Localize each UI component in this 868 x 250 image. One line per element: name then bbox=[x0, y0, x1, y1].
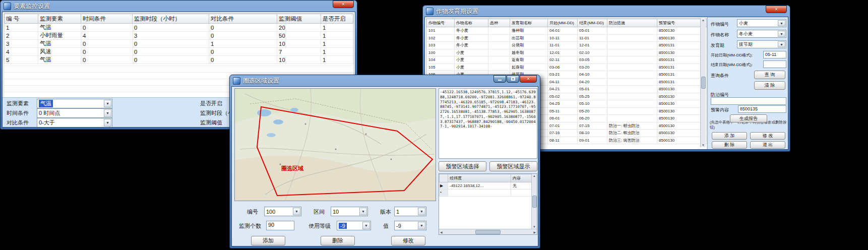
column-header[interactable]: 经纬度 bbox=[448, 174, 511, 182]
table-row[interactable]: * bbox=[440, 190, 537, 197]
modify-button[interactable]: 修 改 bbox=[750, 132, 785, 140]
coordinates-textarea[interactable]: -45122.16538,1249576.37815,1.12,-45176.6… bbox=[439, 88, 537, 159]
column-header[interactable]: 时间条件 bbox=[81, 14, 133, 24]
column-header[interactable]: 监测时段（小时） bbox=[133, 14, 209, 24]
version-combobox[interactable]: 1 ▼ bbox=[394, 207, 426, 216]
exit-button[interactable]: 退 出 bbox=[750, 141, 785, 149]
clear-button[interactable]: 清 除 bbox=[754, 81, 785, 90]
time-condition-combobox[interactable]: 0 时间点 ▼ bbox=[37, 108, 112, 118]
titlebar[interactable]: 要素监控设置 × bbox=[2, 1, 355, 12]
scroll-down-icon[interactable]: ▼ bbox=[533, 225, 536, 228]
table-row[interactable]: 105小麦起身期03-0603-208500131 bbox=[427, 64, 707, 71]
column-header[interactable]: 监测要素 bbox=[38, 14, 81, 24]
chevron-down-icon[interactable]: ▼ bbox=[293, 208, 300, 215]
table-cell: 8500130 bbox=[657, 130, 707, 137]
close-button[interactable]: × bbox=[520, 75, 537, 83]
table-cell: 1 bbox=[209, 40, 277, 48]
compare-condition-combobox[interactable]: 0-大于 ▼ bbox=[37, 118, 112, 128]
column-header[interactable]: 开始(MM-DD) bbox=[548, 19, 578, 27]
table-row[interactable]: 100小麦越冬期12-0102-108500130 bbox=[427, 49, 707, 56]
table-row[interactable]: 1气温000201 bbox=[5, 24, 353, 32]
column-header[interactable]: 监测阈值 bbox=[277, 14, 321, 24]
value-combobox[interactable]: -9 ▼ bbox=[394, 221, 426, 230]
warning-region-select-button[interactable]: 预警区域选择 bbox=[439, 161, 486, 171]
column-header[interactable]: 防治措施 bbox=[607, 19, 657, 27]
minimize-button[interactable] bbox=[493, 75, 506, 83]
table-cell bbox=[607, 56, 657, 64]
chevron-down-icon[interactable]: ▼ bbox=[104, 109, 111, 117]
range-combobox[interactable]: 10 ▼ bbox=[331, 207, 368, 216]
grid-vertical-scrollbar[interactable]: ▲ ▼ bbox=[531, 174, 537, 229]
crop-name-combobox[interactable]: 冬小麦 ▼ bbox=[737, 30, 786, 38]
column-header[interactable]: 结束(MM-DD) bbox=[578, 19, 607, 27]
scroll-thumb[interactable] bbox=[475, 230, 501, 234]
scroll-up-icon[interactable]: ▲ bbox=[702, 19, 705, 22]
chevron-down-icon[interactable]: ▼ bbox=[418, 222, 425, 229]
measure-no-input[interactable] bbox=[711, 97, 786, 105]
column-header[interactable]: 是否开启 bbox=[321, 14, 353, 24]
titlebar[interactable]: 圈选区域设置 × bbox=[231, 75, 538, 86]
column-header[interactable]: 作物名称 bbox=[455, 19, 488, 27]
map-canvas[interactable]: 圈选区域 bbox=[234, 88, 436, 201]
column-header[interactable]: 编 号 bbox=[5, 14, 38, 24]
modify-button[interactable]: 修改 bbox=[391, 236, 425, 245]
crop-no-combobox[interactable]: 小麦 ▼ bbox=[737, 19, 786, 27]
column-header[interactable]: 对比条件 bbox=[209, 14, 277, 24]
table-cell: 5 bbox=[5, 56, 38, 64]
add-button[interactable]: 添加 bbox=[251, 236, 285, 245]
table-row[interactable]: 5气温000101 bbox=[5, 56, 353, 64]
column-header[interactable] bbox=[440, 174, 448, 182]
table-row[interactable]: 4风速00071 bbox=[5, 48, 353, 56]
chevron-down-icon[interactable]: ▼ bbox=[104, 119, 111, 127]
grid-horizontal-scrollbar[interactable]: ◀ ▶ bbox=[439, 229, 537, 234]
warn-content-input[interactable]: 8500135 bbox=[738, 105, 786, 113]
maximize-button[interactable] bbox=[507, 75, 519, 83]
table-cell bbox=[607, 49, 657, 56]
close-button[interactable]: × bbox=[766, 6, 787, 13]
chevron-down-icon[interactable]: ▼ bbox=[778, 31, 785, 37]
delete-button[interactable]: 删 除 bbox=[712, 141, 747, 149]
table-row[interactable]: 103冬小麦分蘖期11-0112-018500131 bbox=[427, 42, 707, 49]
query-button[interactable]: 查 询 bbox=[754, 71, 785, 79]
column-header[interactable]: 预警编号 bbox=[657, 19, 707, 27]
table-row[interactable]: 104小麦返青期02-1103-058500131 bbox=[427, 56, 707, 64]
scroll-thumb[interactable] bbox=[532, 196, 537, 208]
table-row[interactable]: ▶-45122.16538,12...无 bbox=[440, 182, 537, 190]
chevron-down-icon[interactable]: ▼ bbox=[359, 208, 367, 215]
table-row[interactable]: 102冬小麦出苗期10-1111-018500130 bbox=[427, 34, 707, 42]
end-date-input[interactable] bbox=[763, 60, 786, 68]
scroll-right-icon[interactable]: ▶ bbox=[533, 230, 536, 234]
coordinates-grid[interactable]: 经纬度内容▶-45122.16538,12...无* ▲ ▼ ◀ ▶ bbox=[439, 173, 537, 235]
scroll-left-icon[interactable]: ◀ bbox=[440, 230, 443, 234]
element-combobox[interactable]: 气温 ▼ bbox=[37, 99, 112, 108]
table-row[interactable]: 101冬小麦播种期04-0105-018500130 bbox=[427, 27, 707, 35]
stage-combobox[interactable]: 拔节期 ▼ bbox=[737, 40, 786, 48]
chevron-down-icon[interactable]: ▼ bbox=[104, 100, 111, 107]
column-header[interactable]: 作物编号 bbox=[427, 19, 455, 27]
count-input[interactable]: 90 bbox=[266, 221, 294, 230]
column-header[interactable]: 品种 bbox=[488, 19, 510, 27]
table-vertical-scrollbar[interactable]: ▲ ▼ bbox=[700, 18, 706, 147]
level-combobox[interactable]: -9 ▼ bbox=[337, 221, 371, 230]
close-button[interactable]: × bbox=[333, 1, 354, 8]
titlebar[interactable]: 作物发育期设置 × bbox=[424, 6, 788, 17]
scroll-down-icon[interactable]: ▼ bbox=[702, 144, 705, 147]
chevron-down-icon[interactable]: ▼ bbox=[362, 222, 370, 229]
table-row[interactable]: 3气温001101 bbox=[5, 40, 353, 48]
scroll-thumb[interactable] bbox=[701, 77, 706, 89]
delete-button[interactable]: 删除 bbox=[321, 236, 355, 245]
column-header[interactable]: 发育期名称 bbox=[510, 19, 548, 27]
add-button[interactable]: 添 加 bbox=[712, 132, 747, 140]
table-cell: 10-11 bbox=[548, 34, 578, 42]
table-row[interactable]: 2小时雨量430501 bbox=[5, 32, 353, 40]
chevron-down-icon[interactable]: ▼ bbox=[778, 41, 785, 47]
start-date-input[interactable]: 05-11 bbox=[763, 51, 786, 58]
scroll-up-icon[interactable]: ▲ bbox=[533, 174, 536, 177]
warning-region-show-button[interactable]: 预警区域显示 bbox=[489, 161, 537, 171]
table-cell: 102 bbox=[427, 34, 455, 42]
number-value: 100 bbox=[266, 209, 275, 215]
generate-report-button[interactable]: 生成报告 bbox=[730, 114, 767, 122]
number-combobox[interactable]: 100 ▼ bbox=[264, 207, 301, 216]
chevron-down-icon[interactable]: ▼ bbox=[778, 20, 785, 26]
chevron-down-icon[interactable]: ▼ bbox=[418, 208, 425, 215]
